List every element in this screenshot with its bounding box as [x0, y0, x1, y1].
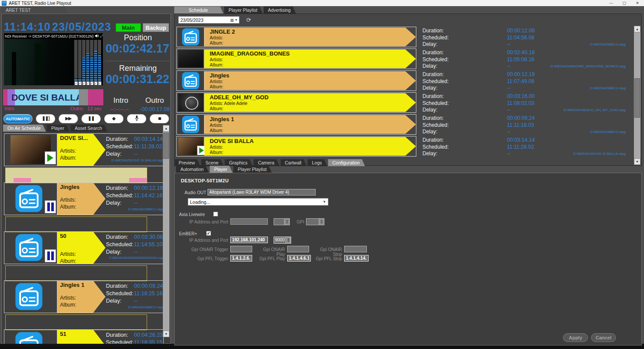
- playlist-tabstrip: On Air Schedule Player Asset Search: [3, 124, 108, 132]
- dropdown-icon[interactable]: ▼: [235, 18, 238, 21]
- gpi-pfl-stop-label: Gpi PFL Stop: [312, 256, 342, 261]
- playlist-item[interactable]: DOVE SI... Artists: Album: Duration:00:0…: [3, 133, 165, 181]
- now-playing-banner: DOVE SI BALLA: [3, 89, 103, 105]
- mic-icon: [135, 115, 139, 121]
- playlist-item[interactable]: 51 Artists: Album: Duration:00:04:26.23 …: [3, 329, 165, 344]
- gpi-onair-play-field[interactable]: [287, 246, 309, 252]
- gpi-pfl-trigger-field[interactable]: [230, 255, 252, 262]
- gpi-onair-trigger-label: Gpi ONAIR Trigger: [188, 247, 228, 252]
- ember-ip-field[interactable]: [230, 237, 268, 243]
- speaker-icon[interactable]: [95, 34, 99, 38]
- waveform: [5, 265, 147, 281]
- title-bar: ARET TEST, Radio Live Playout — ▢ ✕: [0, 0, 644, 6]
- schedule-item[interactable]: ADELE_OH_MY_GOD Artists: Adele Adele Alb…: [176, 92, 633, 113]
- automatic-mode-button[interactable]: AUTOMATIC: [4, 114, 32, 123]
- tab-automation[interactable]: Automation: [176, 166, 209, 173]
- date-picker[interactable]: ▦ ▼: [178, 16, 239, 24]
- tab-asset-search[interactable]: Asset Search: [70, 125, 107, 132]
- playlist-item[interactable]: 50 Artists: Album: Duration:00:03:30.06 …: [3, 231, 165, 279]
- config-tabstrip: Automation Player Player Playlist: [176, 165, 273, 173]
- gpi-onair-trigger-field[interactable]: [230, 246, 252, 252]
- tab-schedule[interactable]: Schedule: [174, 7, 223, 14]
- schedule-panel: ▦ ▼ ⟳ JINGLE 2 Artists: Album:: [174, 14, 642, 166]
- schedule-item[interactable]: IMAGINE_DRAGONS_BONES Artists: Album: Du…: [176, 49, 633, 69]
- transport-controls: AUTOMATIC ❚❚] ▶▶ ❚❚ ◈ ■: [4, 114, 170, 123]
- schedule-item[interactable]: JINGLE 2 Artists: Album: Duration:00:00:…: [176, 27, 633, 47]
- playlist-item[interactable]: Jingles Artists: Album: Duration:00:00:1…: [3, 182, 165, 230]
- tab-config-player-playlist[interactable]: Player Playlist: [233, 166, 272, 173]
- close-button[interactable]: ✕: [631, 1, 644, 5]
- clock: 11:14:10: [4, 21, 51, 33]
- player-config-panel: DESKTOP-50T1M2U Audio OUT Loading... ▼ A…: [174, 173, 642, 346]
- main-button[interactable]: Main: [116, 23, 141, 32]
- calendar-icon[interactable]: ▦: [230, 18, 234, 22]
- scrollbar-thumb[interactable]: [163, 133, 169, 159]
- gpi-pfl-stop-field[interactable]: [344, 255, 369, 262]
- gpi-spinner: ▲▼: [306, 218, 324, 225]
- device-dropdown[interactable]: Loading... ▼: [188, 198, 328, 206]
- tab-logs[interactable]: Logs: [307, 159, 327, 166]
- axia-port-spinner: ▲▼: [274, 218, 290, 225]
- meter-checkbox[interactable]: ✓: [78, 81, 82, 85]
- schedule-scrollbar[interactable]: ▲ ▼: [634, 26, 640, 165]
- remaining-label: Remaining: [105, 64, 171, 73]
- apply-button[interactable]: Apply: [563, 333, 588, 342]
- meter-checkbox[interactable]: ✓: [98, 81, 102, 85]
- tab-advertising[interactable]: Advertising: [264, 7, 296, 14]
- track-title: DOVE SI...: [60, 135, 90, 142]
- cancel-button[interactable]: Cancel: [591, 333, 616, 342]
- refresh-icon[interactable]: ⟳: [245, 16, 253, 24]
- backup-button[interactable]: Backup: [143, 23, 169, 32]
- tab-player-playlist[interactable]: Player Playlist: [224, 7, 263, 14]
- audio-out-field[interactable]: [208, 189, 316, 195]
- tab-config-player[interactable]: Player: [210, 166, 232, 173]
- scroll-down-icon[interactable]: ▼: [163, 331, 169, 337]
- tab-cartwall[interactable]: Cartwall: [281, 159, 307, 166]
- meter-checkbox[interactable]: ✓: [94, 81, 98, 85]
- fast-forward-button[interactable]: ▶▶: [59, 114, 78, 123]
- vu-meters: ✓ ✓ ✓ ✓ ✓ ✓ ✓: [74, 40, 102, 85]
- radio-icon: [15, 332, 43, 344]
- waveform: [5, 216, 147, 232]
- outro-length: 13 sec: [88, 106, 102, 111]
- ember-checkbox[interactable]: ✓: [206, 231, 211, 236]
- maximize-button[interactable]: ▢: [618, 1, 631, 5]
- tab-configuration[interactable]: Configuration: [328, 159, 365, 166]
- meter-checkbox[interactable]: ✓: [82, 81, 86, 85]
- stop-button[interactable]: ■: [150, 114, 169, 123]
- tab-on-air-schedule[interactable]: On Air Schedule: [3, 125, 46, 132]
- gpi-pfl-trigger-label: Gpi PFL Trigger: [188, 256, 228, 261]
- gpi-pfl-play-field[interactable]: [287, 255, 311, 262]
- artists-label: Artists:: [60, 148, 106, 154]
- scroll-down-icon[interactable]: ▼: [634, 158, 640, 165]
- album-art: [178, 94, 203, 111]
- playlist-item[interactable]: Jingles 1 Artists: Album: Duration:00:00…: [3, 280, 165, 328]
- tab-aret-test[interactable]: ARET TEST: [1, 7, 68, 14]
- playlist-scrollbar[interactable]: ▲ ▼: [163, 125, 169, 337]
- fullscreen-icon[interactable]: ⤢: [100, 34, 103, 38]
- file-path: D:\MEDIA2\IMAGINE_DRAGONS_BONES.mpg: [551, 64, 626, 68]
- axia-livewire-checkbox[interactable]: [213, 212, 218, 216]
- ember-port-spinner[interactable]: 9000▲▼: [274, 237, 291, 244]
- meter-checkbox[interactable]: ✓: [74, 81, 78, 85]
- track-title: 50: [60, 233, 90, 240]
- pause-button[interactable]: ❚❚: [81, 114, 101, 123]
- gpi-onair-stop-field[interactable]: [344, 246, 367, 252]
- scroll-up-icon[interactable]: ▲: [634, 26, 640, 32]
- axia-ip-field: [230, 218, 268, 225]
- scheduled-value: 11:11:28.02: [134, 143, 162, 150]
- tab-player[interactable]: Player: [47, 125, 70, 132]
- marker-button[interactable]: ◈: [104, 114, 123, 123]
- schedule-item[interactable]: DOVE SI BALLA Artists: Album: Duration:0…: [176, 136, 633, 157]
- meter-checkbox[interactable]: ✓: [86, 81, 90, 85]
- scroll-up-icon[interactable]: ▲: [163, 125, 169, 132]
- minimize-button[interactable]: —: [605, 1, 618, 5]
- mic-button[interactable]: [127, 114, 146, 123]
- pause-skip-button[interactable]: ❚❚]: [36, 114, 55, 123]
- schedule-item[interactable]: Jingles Artists: Album: Duration:00:00:1…: [176, 70, 633, 91]
- date-input[interactable]: [179, 17, 230, 23]
- file-path: D:\MEDIA2\054000000050000000001.mpg: [106, 256, 164, 259]
- scrollbar-thumb[interactable]: [634, 78, 640, 118]
- schedule-item[interactable]: Jingles 1 Artists: Album: Duration:00:00…: [176, 114, 633, 135]
- meter-checkbox[interactable]: ✓: [90, 81, 94, 85]
